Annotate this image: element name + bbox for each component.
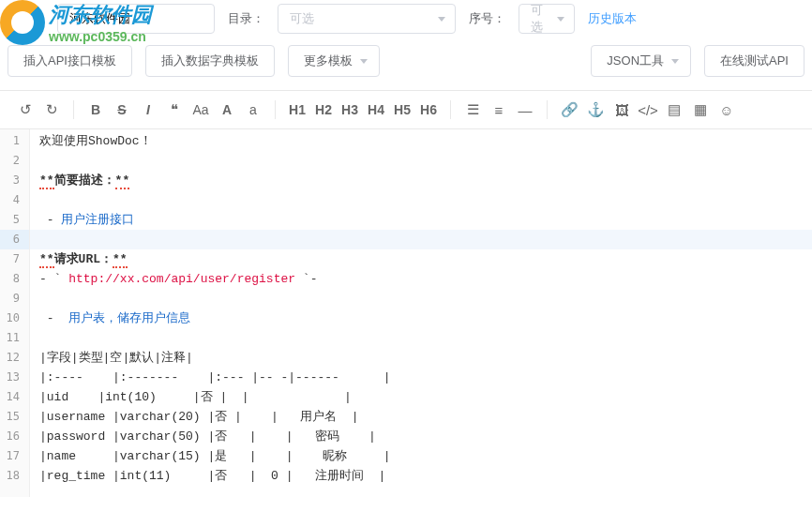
lowercase-icon[interactable]: a	[241, 97, 265, 123]
separator	[547, 100, 548, 119]
redo-icon[interactable]: ↻	[39, 97, 64, 123]
font-case-icon[interactable]: Aa	[188, 97, 213, 123]
font-a-icon[interactable]: A	[215, 97, 239, 123]
code-editor[interactable]: 123456789101112131415161718 欢迎使用ShowDoc！…	[0, 129, 812, 497]
hr-icon[interactable]: —	[513, 97, 537, 123]
italic-icon[interactable]: I	[136, 97, 160, 123]
bold-icon[interactable]: B	[83, 97, 108, 123]
seq-select[interactable]: 可选	[519, 4, 575, 34]
header-row: 标题： 目录： 可选 序号： 可选 历史版本	[0, 0, 812, 38]
code-icon[interactable]: </>	[636, 97, 660, 123]
history-link[interactable]: 历史版本	[588, 10, 637, 27]
separator	[275, 100, 276, 119]
editor-toolbar: ↺ ↻ B S I ❝ Aa A a H1 H2 H3 H4 H5 H6 ☰ ≡…	[0, 90, 812, 129]
h4-button[interactable]: H4	[364, 97, 388, 123]
strike-icon[interactable]: S	[110, 97, 134, 123]
emoji-icon[interactable]: ☺	[714, 97, 739, 123]
h1-button[interactable]: H1	[285, 97, 309, 123]
seq-label: 序号：	[469, 10, 505, 27]
codeblock-icon[interactable]: ▤	[662, 97, 686, 123]
h2-button[interactable]: H2	[311, 97, 336, 123]
separator	[73, 100, 74, 119]
dir-label: 目录：	[228, 10, 264, 27]
line-gutter: 123456789101112131415161718	[0, 129, 30, 497]
anchor-icon[interactable]: ⚓	[583, 97, 608, 123]
title-input[interactable]	[57, 4, 215, 34]
h6-button[interactable]: H6	[416, 97, 441, 123]
ul-icon[interactable]: ☰	[460, 97, 485, 123]
json-tool-button[interactable]: JSON工具	[591, 45, 691, 77]
h3-button[interactable]: H3	[338, 97, 362, 123]
dir-select[interactable]: 可选	[278, 4, 456, 34]
separator	[450, 100, 451, 119]
api-template-button[interactable]: 插入API接口模板	[8, 45, 132, 77]
more-template-button[interactable]: 更多模板	[288, 45, 380, 77]
h5-button[interactable]: H5	[390, 97, 414, 123]
title-label: 标题：	[8, 10, 44, 27]
dir-placeholder: 可选	[290, 10, 314, 27]
seq-placeholder: 可选	[531, 2, 551, 36]
ol-icon[interactable]: ≡	[487, 97, 511, 123]
button-row: 插入API接口模板 插入数据字典模板 更多模板 JSON工具 在线测试API	[0, 38, 812, 90]
dict-template-button[interactable]: 插入数据字典模板	[145, 45, 275, 77]
undo-icon[interactable]: ↺	[13, 97, 38, 123]
test-api-button[interactable]: 在线测试API	[704, 45, 804, 77]
table-icon[interactable]: ▦	[688, 97, 713, 123]
code-area[interactable]: 欢迎使用ShowDoc！**简要描述：** - 用户注册接口**请求URL：**…	[30, 129, 812, 497]
quote-icon[interactable]: ❝	[162, 97, 187, 123]
link-icon[interactable]: 🔗	[557, 97, 581, 123]
image-icon[interactable]: 🖼	[609, 97, 634, 123]
